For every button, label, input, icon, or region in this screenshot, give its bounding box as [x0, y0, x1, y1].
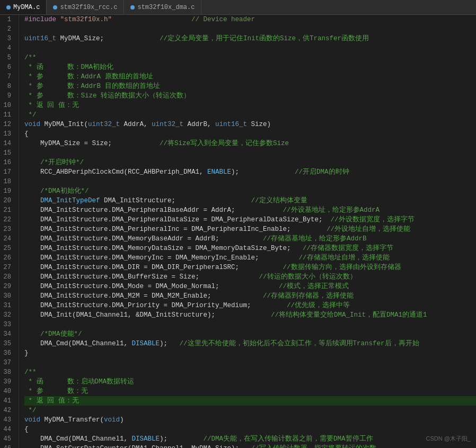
watermark: CSDN @木子阳_	[426, 435, 471, 443]
tab-mydma[interactable]: MyDMA.c	[0, 0, 47, 14]
code-line-38: /**	[24, 368, 476, 377]
line-number-24: 24	[0, 234, 14, 244]
code-line-37	[24, 358, 476, 368]
line-number-38: 38	[0, 368, 14, 377]
line-number-23: 23	[0, 225, 14, 234]
line-number-1: 1	[0, 15, 14, 24]
line-number-26: 26	[0, 253, 14, 263]
line-number-36: 36	[0, 348, 14, 358]
line-number-13: 13	[0, 129, 14, 139]
code-line-1: #include "stm32f10x.h" // Device header	[24, 15, 476, 24]
code-line-26: DMA_InitStructure.DMA_MemoryInc = DMA_Me…	[24, 253, 476, 263]
line-numbers: 1234567891011121314151617181920212223242…	[0, 15, 19, 448]
code-line-3: uint16_t MyDMA_Size; //定义全局变量，用于记住Init函数…	[24, 34, 476, 43]
tab-dot-3	[130, 5, 135, 10]
code-line-13: {	[24, 129, 476, 139]
line-number-37: 37	[0, 358, 14, 368]
code-line-42: */	[24, 406, 476, 415]
code-line-6: * 函 数：DMA初始化	[24, 62, 476, 72]
code-area: 1234567891011121314151617181920212223242…	[0, 15, 476, 448]
code-line-11: */	[24, 110, 476, 120]
tab-label-2: stm32f10x_rcc.c	[60, 4, 117, 11]
line-number-25: 25	[0, 244, 14, 253]
line-number-19: 19	[0, 186, 14, 196]
line-number-21: 21	[0, 205, 14, 215]
line-number-14: 14	[0, 139, 14, 148]
line-number-7: 7	[0, 72, 14, 82]
code-line-32: DMA_Init(DMA1_Channel1, &DMA_InitStructu…	[24, 310, 476, 320]
code-content[interactable]: #include "stm32f10x.h" // Device header …	[19, 15, 476, 448]
code-line-45: DMA_Cmd(DMA1_Channel1, DISABLE); //DMA失能…	[24, 434, 476, 444]
line-number-15: 15	[0, 148, 14, 158]
tab-rcc[interactable]: stm32f10x_rcc.c	[47, 0, 124, 14]
code-line-24: DMA_InitStructure.DMA_MemoryBaseAddr = A…	[24, 234, 476, 244]
code-line-15	[24, 148, 476, 158]
code-line-27: DMA_InitStructure.DMA_DIR = DMA_DIR_Peri…	[24, 263, 476, 272]
line-number-41: 41	[0, 396, 14, 406]
line-number-12: 12	[0, 120, 14, 129]
code-line-9: * 参 数：Size 转运的数据大小（转运次数）	[24, 91, 476, 101]
code-line-36: }	[24, 348, 476, 358]
tab-bar: MyDMA.c stm32f10x_rcc.c stm32f10x_dma.c	[0, 0, 476, 15]
line-number-18: 18	[0, 177, 14, 186]
code-line-41: * 返 回 值：无	[24, 396, 476, 406]
tab-label-1: MyDMA.c	[13, 4, 40, 11]
line-number-10: 10	[0, 101, 14, 110]
line-number-40: 40	[0, 387, 14, 396]
line-number-22: 22	[0, 215, 14, 225]
code-line-17: RCC_AHBPeriphClockCmd(RCC_AHBPeriph_DMA1…	[24, 167, 476, 177]
line-number-45: 45	[0, 434, 14, 444]
code-line-2	[24, 24, 476, 34]
code-line-25: DMA_InitStructure.DMA_MemoryDataSize = D…	[24, 244, 476, 253]
line-number-8: 8	[0, 82, 14, 91]
code-line-16: /*开启时钟*/	[24, 158, 476, 167]
tab-dma[interactable]: stm32f10x_dma.c	[124, 0, 201, 14]
code-line-31: DMA_InitStructure.DMA_Priority = DMA_Pri…	[24, 301, 476, 310]
line-number-16: 16	[0, 158, 14, 167]
line-number-44: 44	[0, 425, 14, 434]
code-line-12: void MyDMA_Init(uint32_t AddrA, uint32_t…	[24, 120, 476, 129]
code-line-40: * 参 数：无	[24, 387, 476, 396]
code-line-20: DMA_InitTypeDef DMA_InitStructure; //定义结…	[24, 196, 476, 205]
code-line-34: /*DMA使能*/	[24, 329, 476, 339]
code-line-29: DMA_InitStructure.DMA_Mode = DMA_Mode_No…	[24, 282, 476, 291]
code-line-28: DMA_InitStructure.DMA_BufferSize = Size;…	[24, 272, 476, 282]
line-number-27: 27	[0, 263, 14, 272]
line-number-34: 34	[0, 329, 14, 339]
code-line-14: MyDMA_Size = Size; //将Size写入到全局变量，记住参数Si…	[24, 139, 476, 148]
line-number-4: 4	[0, 43, 14, 53]
code-line-46: DMA_SetCurrDataCounter(DMA1_Channel1, My…	[24, 444, 476, 448]
line-number-17: 17	[0, 167, 14, 177]
tab-label-3: stm32f10x_dma.c	[137, 4, 195, 11]
code-line-7: * 参 数：AddrA 原数组的首地址	[24, 72, 476, 82]
line-number-20: 20	[0, 196, 14, 205]
line-number-11: 11	[0, 110, 14, 120]
line-number-2: 2	[0, 24, 14, 34]
code-line-23: DMA_InitStructure.DMA_PeripheralInc = DM…	[24, 225, 476, 234]
line-number-6: 6	[0, 62, 14, 72]
tab-dot-2	[53, 5, 57, 10]
code-line-5: /**	[24, 53, 476, 62]
code-line-35: DMA_Cmd(DMA1_Channel1, DISABLE); //这里先不给…	[24, 339, 476, 348]
code-line-30: DMA_InitStructure.DMA_M2M = DMA_M2M_Enab…	[24, 291, 476, 301]
code-line-8: * 参 数：AddrB 目的数组的首地址	[24, 82, 476, 91]
line-number-28: 28	[0, 272, 14, 282]
line-number-43: 43	[0, 415, 14, 425]
line-number-35: 35	[0, 339, 14, 348]
line-number-32: 32	[0, 310, 14, 320]
code-line-44: {	[24, 425, 476, 434]
tab-dot-1	[6, 5, 11, 10]
code-line-4	[24, 43, 476, 53]
code-line-21: DMA_InitStructure.DMA_PeripheralBaseAddr…	[24, 205, 476, 215]
line-number-31: 31	[0, 301, 14, 310]
line-number-30: 30	[0, 291, 14, 301]
line-number-5: 5	[0, 53, 14, 62]
code-line-10: * 返 回 值：无	[24, 101, 476, 110]
line-number-29: 29	[0, 282, 14, 291]
code-line-19: /*DMA初始化*/	[24, 186, 476, 196]
line-number-39: 39	[0, 377, 14, 387]
code-line-22: DMA_InitStructure.DMA_PeripheralDataSize…	[24, 215, 476, 225]
line-number-3: 3	[0, 34, 14, 43]
code-line-18	[24, 177, 476, 186]
code-line-43: void MyDMA_Transfer(void)	[24, 415, 476, 425]
